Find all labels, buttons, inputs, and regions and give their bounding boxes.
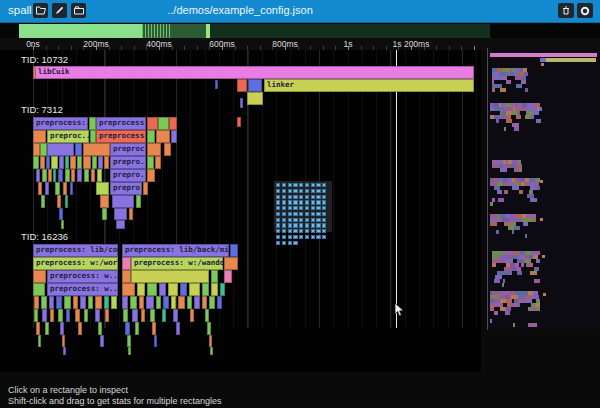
flame-rect[interactable] [92,156,97,169]
flame-rect[interactable] [187,296,192,309]
flame-rect[interactable] [171,130,177,143]
flame-rect[interactable] [209,296,215,309]
tiny-rect[interactable] [293,229,297,233]
flame-rect[interactable] [240,98,243,108]
tiny-rect[interactable] [316,235,320,239]
tiny-rect[interactable] [299,235,303,239]
flame-rect[interactable] [53,169,56,182]
tiny-rect[interactable] [322,206,326,210]
flame-rect[interactable] [33,156,39,169]
tiny-rect[interactable] [311,229,315,233]
tiny-rect[interactable] [282,195,286,199]
flame-rect[interactable] [158,117,169,130]
flame-rect[interactable] [51,156,58,169]
flame-rect[interactable] [122,283,135,296]
save-button[interactable] [71,3,86,18]
tiny-rect[interactable] [282,235,286,239]
flame-rect[interactable]: prepro.. [110,169,146,182]
flame-rect[interactable] [137,283,145,296]
flame-rect[interactable] [58,169,63,182]
flame-rect[interactable] [146,296,154,309]
flame-rect[interactable] [116,220,125,229]
tiny-rect[interactable] [299,189,303,193]
flame-rect[interactable] [127,335,131,347]
tiny-rect[interactable] [288,183,292,187]
flame-rect[interactable] [58,309,63,322]
tiny-rect[interactable] [305,200,309,204]
tiny-rect[interactable] [305,223,309,227]
tiny-rect[interactable] [316,195,320,199]
tiny-rect[interactable] [282,200,286,204]
flame-rect[interactable] [173,309,178,322]
flame-rect[interactable] [147,143,161,156]
flame-rect[interactable] [122,257,131,270]
flame-rect[interactable] [169,117,177,130]
tiny-rect[interactable] [305,212,309,216]
flame-rect[interactable] [80,296,86,309]
tiny-rect[interactable] [288,189,292,193]
flame-rect[interactable] [112,195,134,208]
flame-rect[interactable]: preprocess: w:/work.. [33,257,118,270]
flame-rect[interactable] [159,283,166,296]
tiny-rect[interactable] [293,195,297,199]
flame-rect[interactable] [215,80,218,89]
flame-rect[interactable] [211,270,218,283]
tiny-rect[interactable] [276,218,280,222]
tiny-rect[interactable] [288,195,292,199]
tiny-rect[interactable] [276,195,280,199]
tiny-rect[interactable] [322,200,326,204]
flame-rect[interactable] [41,296,47,309]
flame-rect[interactable] [141,309,145,322]
tiny-rect[interactable] [311,183,315,187]
flame-rect[interactable] [207,322,211,335]
settings-button[interactable] [577,3,593,18]
flame-rect[interactable] [224,270,232,283]
tiny-rect[interactable] [322,235,326,239]
tiny-rect[interactable] [305,189,309,193]
tiny-rect[interactable] [288,241,292,245]
tiny-rect[interactable] [288,229,292,233]
flame-rect[interactable] [194,296,200,309]
flame-rect[interactable] [84,309,88,322]
flame-rect[interactable] [111,296,117,309]
flame-rect[interactable] [125,322,130,335]
flame-rect[interactable] [150,309,155,322]
tiny-rect[interactable] [293,200,297,204]
tiny-rect[interactable] [316,212,320,216]
flame-canvas[interactable]: TID: 10732libCuiklinkerTID: 7312preproce… [0,50,481,372]
tiny-rect[interactable] [299,218,303,222]
flame-rect[interactable] [65,195,68,208]
global-activity-bar[interactable] [0,24,600,38]
flame-rect[interactable] [230,244,238,257]
flame-rect[interactable] [77,169,82,182]
flame-rect[interactable] [129,208,133,220]
flame-rect[interactable] [45,182,49,195]
flame-rect[interactable] [55,182,60,195]
flame-rect[interactable]: preproc.. [47,130,89,143]
tiny-rect[interactable] [311,218,315,222]
flame-rect[interactable] [104,156,109,169]
flame-rect[interactable] [224,257,238,270]
flame-rect[interactable] [50,309,54,322]
flame-rect[interactable] [75,143,82,156]
tiny-rect[interactable] [305,206,309,210]
flame-rect[interactable] [33,143,40,156]
flame-rect[interactable] [36,169,40,182]
flame-rect[interactable] [64,296,71,309]
flame-rect[interactable] [89,117,96,130]
flame-rect[interactable] [247,92,263,105]
tiny-rect[interactable] [305,183,309,187]
flame-rect[interactable] [33,283,45,296]
tiny-rect[interactable] [316,183,320,187]
tiny-rect[interactable] [316,229,320,233]
flame-rect[interactable] [59,156,64,169]
tiny-rect[interactable] [322,189,326,193]
flame-rect[interactable] [147,169,155,182]
flame-rect[interactable] [100,335,104,347]
tiny-rect[interactable] [293,223,297,227]
flame-rect[interactable] [91,169,95,182]
flame-rect[interactable] [139,296,144,309]
tiny-rect[interactable] [276,206,280,210]
tiny-rect[interactable] [311,235,315,239]
flame-rect[interactable] [96,182,109,195]
